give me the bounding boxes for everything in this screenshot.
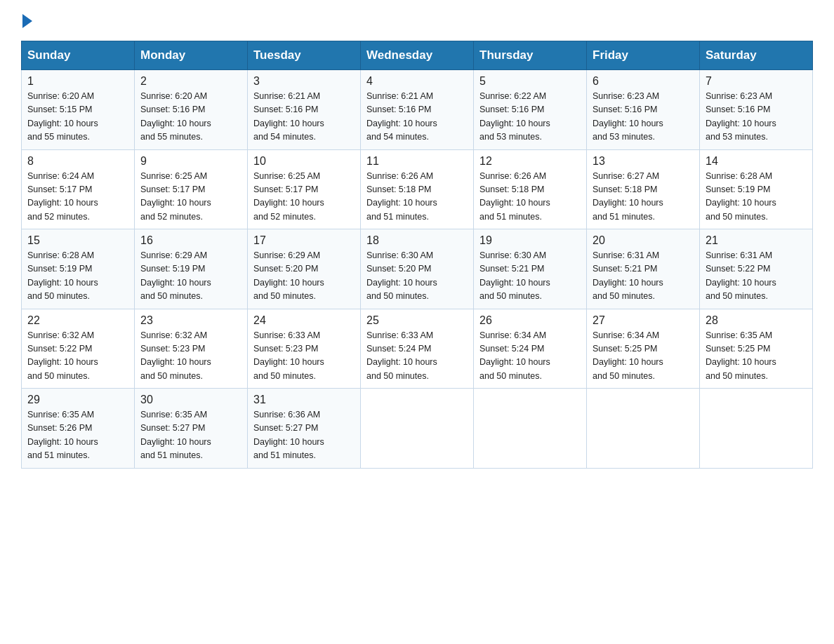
day-info: Sunrise: 6:33 AMSunset: 5:23 PMDaylight:…	[253, 329, 355, 384]
day-number: 26	[479, 314, 581, 327]
day-number: 11	[366, 155, 468, 168]
day-info: Sunrise: 6:32 AMSunset: 5:23 PMDaylight:…	[140, 329, 241, 384]
day-info: Sunrise: 6:34 AMSunset: 5:24 PMDaylight:…	[479, 329, 581, 384]
day-number: 7	[706, 75, 807, 88]
day-number: 29	[27, 394, 128, 406]
day-info: Sunrise: 6:31 AMSunset: 5:22 PMDaylight:…	[706, 249, 807, 304]
calendar-cell: 18 Sunrise: 6:30 AMSunset: 5:20 PMDaylig…	[361, 229, 474, 309]
day-info: Sunrise: 6:30 AMSunset: 5:21 PMDaylight:…	[479, 249, 581, 304]
day-info: Sunrise: 6:29 AMSunset: 5:19 PMDaylight:…	[140, 249, 241, 304]
calendar-cell: 24 Sunrise: 6:33 AMSunset: 5:23 PMDaylig…	[248, 309, 361, 389]
logo-arrow-icon	[22, 14, 32, 28]
day-info: Sunrise: 6:35 AMSunset: 5:26 PMDaylight:…	[27, 408, 128, 463]
calendar-cell: 22 Sunrise: 6:32 AMSunset: 5:22 PMDaylig…	[22, 309, 135, 389]
day-number: 20	[593, 234, 694, 247]
calendar-header-row: SundayMondayTuesdayWednesdayThursdayFrid…	[22, 41, 813, 70]
day-info: Sunrise: 6:21 AMSunset: 5:16 PMDaylight:…	[253, 90, 355, 145]
calendar-cell: 27 Sunrise: 6:34 AMSunset: 5:25 PMDaylig…	[587, 309, 700, 389]
col-header-thursday: Thursday	[474, 41, 587, 70]
calendar-cell: 21 Sunrise: 6:31 AMSunset: 5:22 PMDaylig…	[700, 229, 813, 309]
day-number: 15	[27, 234, 128, 247]
day-info: Sunrise: 6:36 AMSunset: 5:27 PMDaylight:…	[253, 408, 355, 463]
day-info: Sunrise: 6:25 AMSunset: 5:17 PMDaylight:…	[140, 170, 241, 224]
calendar-week-row: 1 Sunrise: 6:20 AMSunset: 5:15 PMDayligh…	[22, 70, 813, 150]
day-number: 6	[593, 75, 694, 88]
day-info: Sunrise: 6:20 AMSunset: 5:15 PMDaylight:…	[27, 90, 128, 145]
col-header-wednesday: Wednesday	[361, 41, 474, 70]
day-number: 3	[253, 75, 355, 88]
calendar-cell: 29 Sunrise: 6:35 AMSunset: 5:26 PMDaylig…	[22, 389, 135, 469]
day-number: 2	[140, 75, 241, 88]
col-header-sunday: Sunday	[22, 41, 135, 70]
calendar-cell: 3 Sunrise: 6:21 AMSunset: 5:16 PMDayligh…	[248, 70, 361, 150]
calendar-cell: 1 Sunrise: 6:20 AMSunset: 5:15 PMDayligh…	[22, 70, 135, 150]
day-number: 27	[593, 314, 694, 327]
calendar-cell: 12 Sunrise: 6:26 AMSunset: 5:18 PMDaylig…	[474, 149, 587, 229]
calendar-cell: 14 Sunrise: 6:28 AMSunset: 5:19 PMDaylig…	[700, 149, 813, 229]
day-number: 21	[706, 234, 807, 247]
calendar-cell: 30 Sunrise: 6:35 AMSunset: 5:27 PMDaylig…	[135, 389, 248, 469]
day-info: Sunrise: 6:20 AMSunset: 5:16 PMDaylight:…	[140, 90, 241, 145]
day-number: 14	[706, 155, 807, 168]
day-info: Sunrise: 6:31 AMSunset: 5:21 PMDaylight:…	[593, 249, 694, 304]
day-number: 4	[366, 75, 468, 88]
day-number: 12	[479, 155, 581, 168]
calendar-week-row: 29 Sunrise: 6:35 AMSunset: 5:26 PMDaylig…	[22, 389, 813, 469]
day-number: 25	[366, 314, 468, 327]
day-info: Sunrise: 6:26 AMSunset: 5:18 PMDaylight:…	[366, 170, 468, 224]
day-number: 16	[140, 234, 241, 247]
calendar-week-row: 15 Sunrise: 6:28 AMSunset: 5:19 PMDaylig…	[22, 229, 813, 309]
day-info: Sunrise: 6:21 AMSunset: 5:16 PMDaylight:…	[366, 90, 468, 145]
day-number: 28	[706, 314, 807, 327]
calendar-cell	[474, 389, 587, 469]
calendar-cell: 8 Sunrise: 6:24 AMSunset: 5:17 PMDayligh…	[22, 149, 135, 229]
calendar-cell: 20 Sunrise: 6:31 AMSunset: 5:21 PMDaylig…	[587, 229, 700, 309]
calendar-cell: 26 Sunrise: 6:34 AMSunset: 5:24 PMDaylig…	[474, 309, 587, 389]
day-number: 23	[140, 314, 241, 327]
day-number: 31	[253, 394, 355, 406]
day-info: Sunrise: 6:33 AMSunset: 5:24 PMDaylight:…	[366, 329, 468, 384]
day-number: 10	[253, 155, 355, 168]
calendar-cell: 15 Sunrise: 6:28 AMSunset: 5:19 PMDaylig…	[22, 229, 135, 309]
page-header	[21, 14, 813, 28]
logo	[21, 14, 32, 28]
day-number: 8	[27, 155, 128, 168]
day-number: 17	[253, 234, 355, 247]
day-info: Sunrise: 6:35 AMSunset: 5:25 PMDaylight:…	[706, 329, 807, 384]
calendar-cell	[361, 389, 474, 469]
calendar-cell: 9 Sunrise: 6:25 AMSunset: 5:17 PMDayligh…	[135, 149, 248, 229]
calendar-cell: 6 Sunrise: 6:23 AMSunset: 5:16 PMDayligh…	[587, 70, 700, 150]
calendar-cell: 11 Sunrise: 6:26 AMSunset: 5:18 PMDaylig…	[361, 149, 474, 229]
calendar-table: SundayMondayTuesdayWednesdayThursdayFrid…	[21, 41, 813, 469]
calendar-cell: 23 Sunrise: 6:32 AMSunset: 5:23 PMDaylig…	[135, 309, 248, 389]
day-info: Sunrise: 6:23 AMSunset: 5:16 PMDaylight:…	[593, 90, 694, 145]
day-info: Sunrise: 6:32 AMSunset: 5:22 PMDaylight:…	[27, 329, 128, 384]
day-info: Sunrise: 6:24 AMSunset: 5:17 PMDaylight:…	[27, 170, 128, 224]
calendar-cell: 25 Sunrise: 6:33 AMSunset: 5:24 PMDaylig…	[361, 309, 474, 389]
day-info: Sunrise: 6:35 AMSunset: 5:27 PMDaylight:…	[140, 408, 241, 463]
calendar-cell: 4 Sunrise: 6:21 AMSunset: 5:16 PMDayligh…	[361, 70, 474, 150]
day-number: 24	[253, 314, 355, 327]
day-info: Sunrise: 6:23 AMSunset: 5:16 PMDaylight:…	[706, 90, 807, 145]
calendar-cell: 16 Sunrise: 6:29 AMSunset: 5:19 PMDaylig…	[135, 229, 248, 309]
day-number: 1	[27, 75, 128, 88]
day-number: 9	[140, 155, 241, 168]
calendar-cell	[700, 389, 813, 469]
day-info: Sunrise: 6:28 AMSunset: 5:19 PMDaylight:…	[706, 170, 807, 224]
day-number: 22	[27, 314, 128, 327]
day-number: 5	[479, 75, 581, 88]
calendar-cell: 2 Sunrise: 6:20 AMSunset: 5:16 PMDayligh…	[135, 70, 248, 150]
calendar-cell: 13 Sunrise: 6:27 AMSunset: 5:18 PMDaylig…	[587, 149, 700, 229]
calendar-week-row: 8 Sunrise: 6:24 AMSunset: 5:17 PMDayligh…	[22, 149, 813, 229]
day-info: Sunrise: 6:22 AMSunset: 5:16 PMDaylight:…	[479, 90, 581, 145]
logo-text	[21, 14, 32, 28]
calendar-cell	[587, 389, 700, 469]
day-info: Sunrise: 6:27 AMSunset: 5:18 PMDaylight:…	[593, 170, 694, 224]
col-header-tuesday: Tuesday	[248, 41, 361, 70]
calendar-cell: 31 Sunrise: 6:36 AMSunset: 5:27 PMDaylig…	[248, 389, 361, 469]
col-header-friday: Friday	[587, 41, 700, 70]
day-info: Sunrise: 6:28 AMSunset: 5:19 PMDaylight:…	[27, 249, 128, 304]
col-header-saturday: Saturday	[700, 41, 813, 70]
calendar-cell: 19 Sunrise: 6:30 AMSunset: 5:21 PMDaylig…	[474, 229, 587, 309]
calendar-cell: 7 Sunrise: 6:23 AMSunset: 5:16 PMDayligh…	[700, 70, 813, 150]
